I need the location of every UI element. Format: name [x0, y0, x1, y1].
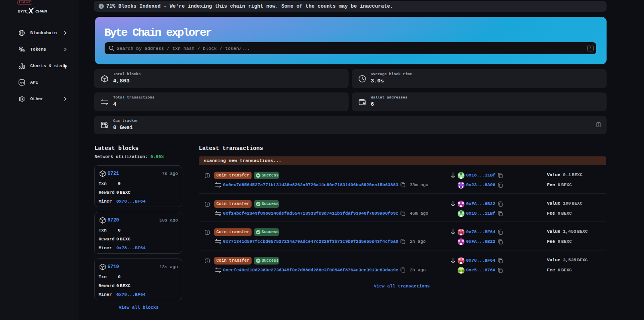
svg-text:API: API	[20, 82, 24, 84]
